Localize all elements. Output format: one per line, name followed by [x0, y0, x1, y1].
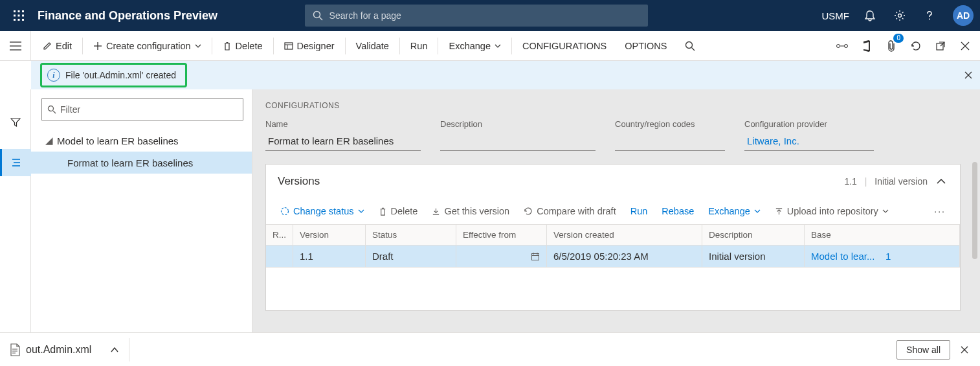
- upload-icon: [775, 207, 783, 216]
- notification-bar: i File 'out.Admin.xml' created: [31, 61, 980, 89]
- compare-icon: [524, 207, 533, 216]
- col-description[interactable]: Description: [702, 225, 805, 246]
- col-version[interactable]: Version: [293, 225, 366, 246]
- validate-button[interactable]: Validate: [347, 31, 398, 61]
- downloads-close-button[interactable]: [958, 343, 971, 356]
- refresh-button[interactable]: [904, 31, 928, 61]
- region-value[interactable]: [615, 132, 725, 151]
- page-search-button[interactable]: [676, 31, 704, 61]
- upload-button[interactable]: Upload into repository: [770, 203, 894, 219]
- tree-child[interactable]: Format to learn ER baselines: [31, 152, 252, 174]
- cell-description: Initial version: [702, 246, 805, 268]
- field-description: Description: [440, 119, 596, 151]
- help-icon[interactable]: [920, 6, 939, 25]
- versions-card: Versions 1.1 | Initial version Change st…: [265, 164, 961, 311]
- versions-header: Versions 1.1 | Initial version: [266, 165, 960, 198]
- change-status-button[interactable]: Change status: [275, 203, 370, 219]
- col-r[interactable]: R...: [266, 225, 293, 246]
- user-avatar[interactable]: AD: [953, 5, 974, 26]
- office-icon[interactable]: [854, 31, 879, 61]
- status-icon: [280, 207, 289, 216]
- versions-title: Versions: [278, 175, 844, 188]
- trash-icon: [223, 41, 232, 51]
- svg-rect-5: [22, 15, 24, 17]
- cell-created: 6/5/2019 05:20:23 AM: [547, 246, 702, 268]
- col-status[interactable]: Status: [366, 225, 456, 246]
- svg-point-36: [282, 208, 289, 215]
- company-code[interactable]: USMF: [822, 10, 850, 21]
- svg-rect-18: [285, 43, 293, 49]
- base-link[interactable]: Model to lear...: [811, 251, 874, 262]
- col-base[interactable]: Base: [805, 225, 960, 246]
- close-button[interactable]: [953, 31, 977, 61]
- svg-rect-3: [14, 15, 16, 17]
- col-effective[interactable]: Effective from: [456, 225, 547, 246]
- left-rail: [0, 89, 31, 332]
- popout-button[interactable]: [928, 31, 953, 61]
- get-version-button[interactable]: Get this version: [427, 203, 515, 219]
- calendar-icon[interactable]: [531, 252, 540, 261]
- more-button[interactable]: ···: [929, 203, 951, 219]
- options-tab[interactable]: OPTIONS: [616, 31, 676, 61]
- field-region: Country/region codes: [615, 119, 725, 151]
- filter-input[interactable]: Filter: [41, 98, 243, 120]
- collapse-button[interactable]: [934, 176, 948, 187]
- version-run-button[interactable]: Run: [625, 203, 653, 219]
- base-num[interactable]: 1: [885, 251, 891, 262]
- attachments-button[interactable]: 0: [879, 31, 904, 61]
- command-bar: Edit Create configuration Delete Designe…: [31, 31, 980, 60]
- tree-parent[interactable]: ◢ Model to learn ER baselines: [41, 130, 252, 152]
- versions-grid: R... Version Status Effective from Versi…: [266, 224, 960, 310]
- search-icon: [685, 41, 695, 51]
- delete-button[interactable]: Delete: [214, 31, 272, 61]
- filter-rail-button[interactable]: [0, 109, 31, 136]
- notifications-icon[interactable]: [861, 6, 879, 25]
- list-rail-button[interactable]: [0, 149, 31, 176]
- trash-icon: [379, 207, 387, 216]
- compare-button[interactable]: Compare with draft: [518, 203, 621, 219]
- chevron-down-icon: [195, 44, 201, 48]
- provider-value[interactable]: Litware, Inc.: [744, 132, 874, 151]
- svg-point-12: [929, 19, 930, 20]
- create-configuration-button[interactable]: Create configuration: [84, 31, 210, 61]
- download-file[interactable]: out.Admin.xml: [9, 343, 91, 356]
- show-all-button[interactable]: Show all: [896, 340, 950, 360]
- chevron-up-icon: [111, 347, 118, 352]
- main-area: Filter ◢ Model to learn ER baselines For…: [0, 89, 980, 332]
- version-delete-button[interactable]: Delete: [373, 203, 423, 219]
- close-icon: [964, 71, 972, 79]
- svg-rect-37: [532, 253, 539, 260]
- col-created[interactable]: Version created: [547, 225, 702, 246]
- svg-point-34: [49, 106, 54, 111]
- name-value[interactable]: Format to learn ER baselines: [265, 132, 421, 151]
- notification-close-button[interactable]: [964, 71, 972, 79]
- svg-rect-6: [14, 19, 16, 21]
- command-bar-row: Edit Create configuration Delete Designe…: [0, 31, 980, 61]
- chevron-down-icon: [754, 209, 761, 213]
- svg-rect-2: [22, 10, 24, 12]
- app-launcher-icon[interactable]: [6, 0, 31, 31]
- version-exchange-button[interactable]: Exchange: [703, 203, 766, 219]
- configurations-tab[interactable]: CONFIGURATIONS: [513, 31, 616, 61]
- section-label: CONFIGURATIONS: [265, 101, 967, 110]
- close-icon: [961, 346, 968, 354]
- global-search[interactable]: Search for a page: [305, 5, 648, 27]
- vertical-scrollbar[interactable]: [972, 162, 977, 259]
- exchange-button[interactable]: Exchange: [440, 31, 510, 61]
- grid-row[interactable]: 1.1 Draft 6/5/2019 05:20:23 AM Initial v…: [266, 246, 960, 268]
- chevron-down-icon: [495, 44, 501, 48]
- run-button[interactable]: Run: [401, 31, 437, 61]
- designer-button[interactable]: Designer: [275, 31, 344, 61]
- search-icon: [313, 10, 323, 21]
- rebase-button[interactable]: Rebase: [656, 203, 699, 219]
- cell-base: Model to lear... 1: [805, 246, 960, 268]
- edit-button[interactable]: Edit: [34, 31, 81, 61]
- svg-point-21: [686, 41, 693, 48]
- nav-toggle-icon[interactable]: [0, 31, 31, 60]
- field-provider: Configuration provider Litware, Inc.: [744, 119, 874, 151]
- settings-icon[interactable]: [891, 6, 909, 25]
- close-icon: [961, 41, 970, 51]
- connector-icon[interactable]: [830, 31, 854, 61]
- download-menu-button[interactable]: [111, 347, 118, 352]
- description-value[interactable]: [440, 132, 596, 151]
